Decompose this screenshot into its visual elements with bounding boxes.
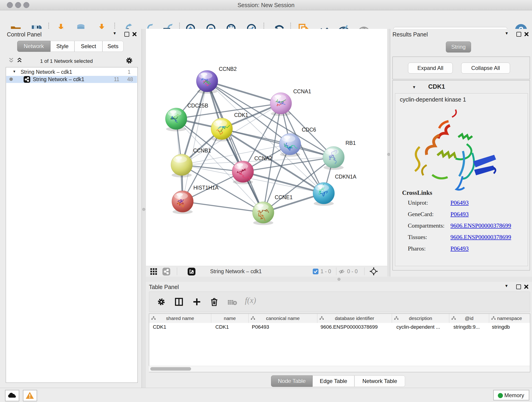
panel-menu-button[interactable]: ▼: [505, 31, 509, 36]
table-cell[interactable]: 9606.ENSP00000378699: [317, 323, 392, 331]
node-label: CCNA2: [254, 155, 272, 161]
grid-view-icon[interactable]: [150, 268, 157, 275]
warnings-button[interactable]: [23, 390, 37, 401]
tab-network-table[interactable]: Network Table: [355, 375, 405, 387]
tab-style[interactable]: Style: [51, 41, 75, 52]
table-cell[interactable]: CDK1: [211, 323, 249, 331]
panel-close-button[interactable]: [524, 284, 529, 289]
node-label: CCNE1: [275, 194, 293, 200]
node-label: CDC6: [302, 127, 316, 133]
window-title-bar: Session: New Session: [0, 0, 532, 10]
network-edge[interactable]: [222, 129, 334, 157]
node-label: CDK1: [234, 112, 248, 118]
network-graph[interactable]: CCNB2CCNA1CDC25BCDK1CDC6RB1CCNB1CCNA2CDK…: [146, 29, 387, 266]
panel-divider-left[interactable]: [142, 29, 146, 388]
panel-float-button[interactable]: [516, 284, 521, 289]
network-tree-root-row[interactable]: ▼ String Network – cdk1 1: [6, 69, 137, 76]
panel-float-button[interactable]: [124, 32, 129, 37]
table-cell[interactable]: CDK1: [149, 323, 211, 331]
create-column-icon[interactable]: [193, 298, 201, 306]
node-label: CCNB1: [193, 148, 211, 153]
control-panel: Control Panel ▼ NetworkStyleSelectSets 1…: [0, 29, 142, 388]
sphere-gloss: [284, 136, 290, 139]
network-badge-gray-icon[interactable]: [162, 268, 170, 275]
selected-checkbox-icon[interactable]: [313, 269, 318, 274]
divider-grip[interactable]: [142, 208, 145, 211]
panel-divider-horizontal[interactable]: [146, 277, 532, 282]
column-header[interactable]: shared name: [149, 314, 211, 323]
node-label: HIST1H1A: [193, 185, 219, 191]
divider-grip[interactable]: [337, 278, 341, 281]
table-cell[interactable]: P06493: [249, 323, 317, 331]
network-edge[interactable]: [207, 81, 281, 103]
network-tree-child-row[interactable]: String Network – cdk1 11 48: [6, 76, 137, 83]
hidden-counts: 0 - 0: [347, 268, 358, 274]
open-view-icon[interactable]: [188, 268, 196, 275]
table-panel-title: Table Panel: [149, 284, 179, 290]
tree-expand-icon[interactable]: ▼: [13, 70, 16, 73]
sphere-gloss: [201, 73, 207, 76]
network-edge[interactable]: [207, 81, 263, 212]
collapse-all-chevron-icon[interactable]: [8, 57, 14, 64]
delete-table-icon-disabled: [228, 299, 237, 306]
sphere-gloss: [327, 149, 334, 152]
delete-column-icon[interactable]: [210, 298, 218, 306]
table-cell[interactable]: stringdb:9...: [449, 323, 489, 331]
crosslink-label: Compartments:: [408, 222, 444, 229]
table-horizontal-scrollbar[interactable]: [149, 366, 530, 372]
network-status-dot-icon: [9, 77, 13, 81]
tab-select[interactable]: Select: [75, 41, 102, 52]
network-edge[interactable]: [183, 201, 263, 212]
column-header[interactable]: namespace: [489, 314, 530, 323]
results-section: ▼ CDK1 cyclin-dependent kinase 1: [393, 80, 530, 270]
sphere-gloss: [215, 120, 222, 123]
crosslink-link[interactable]: 9606.ENSP00000378699: [450, 222, 511, 229]
panel-menu-button[interactable]: ▼: [113, 31, 117, 36]
column-header[interactable]: database identifier: [317, 314, 392, 323]
tab-sets[interactable]: Sets: [102, 41, 123, 52]
main-toolbar: ?: [0, 10, 532, 29]
crosslink-link[interactable]: 9606.ENSP00000378699: [450, 234, 511, 241]
tree-child-node-count: 11: [114, 76, 119, 83]
panel-menu-button[interactable]: ▼: [505, 284, 508, 288]
column-header[interactable]: name: [211, 314, 249, 323]
network-edge[interactable]: [183, 81, 207, 201]
show-columns-icon[interactable]: [175, 298, 183, 306]
memory-button[interactable]: Memory: [493, 390, 529, 400]
cloud-status-button[interactable]: [5, 390, 19, 401]
pan-tool-icon[interactable]: [370, 267, 378, 275]
status-bar: Memory: [0, 388, 532, 402]
section-collapse-icon[interactable]: ▼: [412, 85, 416, 89]
column-header[interactable]: description: [392, 314, 449, 323]
tab-network[interactable]: Network: [17, 41, 51, 52]
crosslink-label: Tissues:: [408, 234, 427, 240]
crosslink-label: Uniprot:: [408, 199, 428, 206]
sphere-gloss: [177, 193, 183, 196]
tab-edge-table[interactable]: Edge Table: [312, 375, 355, 387]
gene-description: cyclin-dependent kinase 1: [400, 96, 466, 103]
table-options-gear-icon[interactable]: [157, 298, 165, 306]
panel-divider-right[interactable]: [387, 29, 390, 276]
crosslink-link[interactable]: P06493: [450, 245, 469, 252]
tab-node-table[interactable]: Node Table: [271, 375, 312, 387]
table-toolbar: f(x): [149, 292, 530, 312]
panel-float-button[interactable]: [516, 32, 521, 37]
crosslink-link[interactable]: P06493: [450, 199, 469, 206]
crosslink-link[interactable]: P06493: [450, 211, 469, 218]
column-header[interactable]: @id: [449, 314, 489, 323]
expand-all-button[interactable]: Expand All: [408, 63, 453, 74]
network-canvas[interactable]: CCNB2CCNA1CDC25BCDK1CDC6RB1CCNB1CCNA2CDK…: [146, 29, 387, 266]
sphere-gloss: [257, 204, 264, 207]
expand-all-chevron-icon[interactable]: [17, 57, 22, 64]
column-header[interactable]: canonical name: [249, 314, 317, 323]
scrollbar-thumb[interactable]: [150, 367, 191, 370]
panel-close-button[interactable]: [132, 32, 137, 37]
table-cell[interactable]: cyclin-dependent ...: [392, 323, 449, 331]
tab-string[interactable]: String: [446, 41, 471, 52]
network-tree: ▼ String Network – cdk1 1 String Network…: [6, 67, 138, 383]
table-cell[interactable]: stringdb: [489, 323, 530, 331]
network-options-gear-icon[interactable]: [126, 57, 133, 64]
crosslinks-list: Uniprot:P06493 GeneCard:P06493 Compartme…: [408, 199, 444, 257]
panel-close-button[interactable]: [524, 32, 529, 37]
collapse-all-button[interactable]: Collapse All: [461, 63, 510, 74]
